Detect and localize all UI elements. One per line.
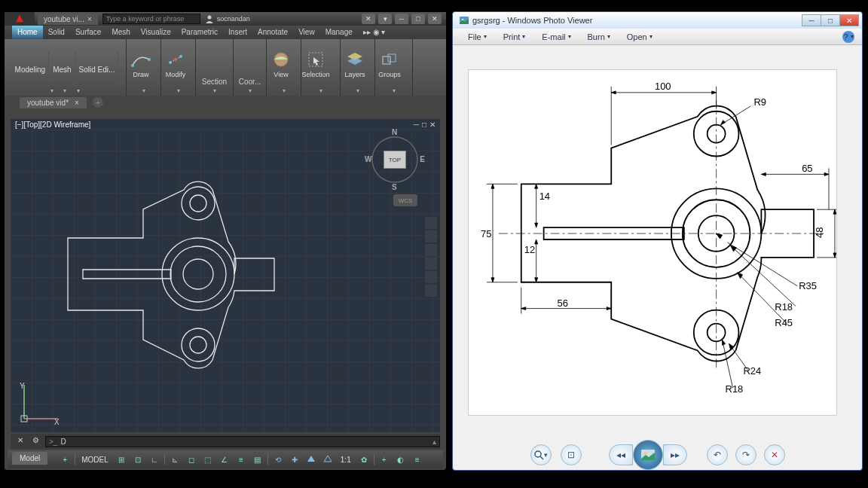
groups-button[interactable]: Groups <box>375 41 404 87</box>
viewport-label[interactable]: [−][Top][2D Wireframe] <box>11 119 95 130</box>
viewcube-s[interactable]: S <box>392 183 397 191</box>
menu-annotate[interactable]: Annotate <box>252 26 293 39</box>
cmd-close-icon[interactable]: ✕ <box>15 436 26 447</box>
actual-size-button[interactable]: ⊡ <box>561 444 582 465</box>
menu-insert[interactable]: Insert <box>223 26 252 39</box>
menu-parametric[interactable]: Parametric <box>176 26 223 39</box>
cycling-toggle[interactable]: ⟲ <box>271 453 285 466</box>
polar-toggle[interactable]: ⊾ <box>168 453 182 466</box>
nav-tool-2[interactable] <box>425 230 437 242</box>
svg-text:100: 100 <box>655 81 671 92</box>
draw-button[interactable]: Draw <box>127 41 155 87</box>
new-tab-button[interactable]: + <box>93 97 103 108</box>
zoom-level[interactable]: 1:1 <box>338 456 354 464</box>
close-button[interactable]: ✕ <box>839 14 859 26</box>
pv-menu-burn[interactable]: Burn <box>580 32 618 41</box>
ucs-icon[interactable]: YX <box>17 381 62 426</box>
menu-home[interactable]: Home <box>12 26 43 39</box>
autocad-logo[interactable] <box>5 12 35 26</box>
next-button[interactable]: ▸▸ <box>663 444 687 465</box>
menu-manage[interactable]: Manage <box>320 26 358 39</box>
viewcube-e[interactable]: E <box>420 155 425 163</box>
settings-icon[interactable]: ✕ <box>362 14 375 24</box>
pv-menu-open[interactable]: Open <box>619 32 660 41</box>
plus-icon[interactable]: + <box>58 453 72 466</box>
3dosnap-toggle[interactable]: ⬚ <box>201 453 215 466</box>
nav-tool-6[interactable] <box>425 285 437 297</box>
isolate-icon[interactable]: + <box>377 453 391 466</box>
otrack-toggle[interactable]: ∠ <box>218 453 231 466</box>
grid-toggle[interactable]: ⊞ <box>115 453 128 466</box>
delete-button[interactable]: ✕ <box>764 444 785 465</box>
close-icon[interactable]: × <box>87 15 92 23</box>
ortho-toggle[interactable]: ∟ <box>148 453 161 466</box>
osnap-toggle[interactable]: ◻ <box>185 453 198 466</box>
zoom-button[interactable]: ▾ <box>530 444 552 465</box>
maximize-button[interactable]: □ <box>821 14 840 26</box>
customize-icon[interactable]: ≡ <box>411 453 424 466</box>
viewcube[interactable]: TOP N E S W <box>365 130 425 190</box>
annotation-visible[interactable] <box>321 453 335 466</box>
close-icon[interactable]: ✕ <box>429 120 436 129</box>
close-button[interactable]: ✕ <box>428 14 442 24</box>
nav-tool-5[interactable] <box>425 271 437 283</box>
user-badge[interactable]: socnandan <box>200 14 255 23</box>
cmd-customize-icon[interactable]: ⚙ <box>30 436 41 447</box>
menu-mesh[interactable]: Mesh <box>106 26 135 39</box>
pv-menu-file[interactable]: File <box>460 32 494 41</box>
layers-button[interactable]: Layers <box>341 41 369 87</box>
rotate-cw-button[interactable]: ↷ <box>735 444 756 465</box>
previous-button[interactable]: ◂◂ <box>609 444 633 465</box>
pv-menu-print[interactable]: Print <box>496 32 533 41</box>
coord-label[interactable]: Coor... <box>234 76 266 87</box>
menu-visualize[interactable]: Visualize <box>136 26 176 39</box>
command-input[interactable]: D▴ <box>45 436 440 447</box>
viewport-window-controls: ─ □ ✕ <box>414 120 440 129</box>
modelspace-label[interactable]: MODEL <box>78 456 112 464</box>
close-tab-icon[interactable]: × <box>75 99 79 107</box>
annotation-scale[interactable] <box>304 453 318 466</box>
settings-gear-icon[interactable]: ✿ <box>357 453 371 466</box>
pv-menu-email[interactable]: E-mail <box>534 32 578 41</box>
ribbon-solid-edit-tab[interactable]: Solid Edi... <box>76 51 119 87</box>
title-doc-tab[interactable]: youtube vi...× <box>38 14 98 25</box>
quick-search[interactable]: Type a keyword or phrase <box>102 14 200 24</box>
hardware-accel-icon[interactable]: ◐ <box>394 453 408 466</box>
lineweight-toggle[interactable]: ≡ <box>234 453 248 466</box>
slideshow-button[interactable] <box>633 440 663 470</box>
menu-surface[interactable]: Surface <box>70 26 106 39</box>
minimize-button[interactable]: ─ <box>802 14 821 26</box>
doc-tab[interactable]: youtube vid*× <box>20 97 87 108</box>
minimize-icon[interactable]: ─ <box>414 120 419 129</box>
nav-tool-1[interactable] <box>425 217 437 229</box>
model-tab[interactable]: Model <box>12 452 47 465</box>
menu-view[interactable]: View <box>293 26 320 39</box>
selection-button[interactable]: Selection <box>301 41 330 87</box>
snap-toggle[interactable]: ⊡ <box>131 453 145 466</box>
maximize-icon[interactable]: □ <box>422 120 426 129</box>
viewcube-w[interactable]: W <box>365 155 371 163</box>
menu-more[interactable]: ▸▸ ◉ ▾ <box>358 26 391 39</box>
modify-button[interactable]: Modify <box>161 41 190 87</box>
rotate-ccw-button[interactable]: ↶ <box>707 444 728 465</box>
help-icon[interactable]: ▾ <box>378 14 392 24</box>
view-button[interactable]: View <box>267 41 295 87</box>
pv-canvas[interactable]: 100 75 56 R9 65 48 R35 R18 R45 R24 R18 1… <box>454 47 860 440</box>
section-label[interactable]: Section <box>196 76 233 87</box>
menu-solid[interactable]: Solid <box>43 26 70 39</box>
ribbon-modeling-tab[interactable]: Modeling <box>12 51 50 87</box>
viewcube-n[interactable]: N <box>392 128 397 136</box>
transparency-toggle[interactable]: ▤ <box>251 453 264 466</box>
command-line[interactable]: ✕ ⚙ D▴ <box>11 434 440 449</box>
pv-help-icon[interactable]: ? <box>842 31 854 43</box>
wcs-badge[interactable]: WCS <box>393 194 417 206</box>
nav-tool-4[interactable] <box>425 258 437 270</box>
drawing-viewport[interactable]: [−][Top][2D Wireframe] ─ □ ✕ TOP N E S W… <box>11 119 440 432</box>
svg-text:Y: Y <box>20 382 25 390</box>
maximize-button[interactable]: □ <box>411 14 425 24</box>
nav-tool-3[interactable] <box>425 244 437 256</box>
minimize-button[interactable]: ─ <box>395 14 408 24</box>
ribbon-panel-modeling: Modeling Mesh Solid Edi... ▾ ▾ ▾ <box>5 39 127 96</box>
ribbon-mesh-tab[interactable]: Mesh <box>50 51 75 87</box>
annomonitor[interactable]: ✚ <box>288 453 301 466</box>
